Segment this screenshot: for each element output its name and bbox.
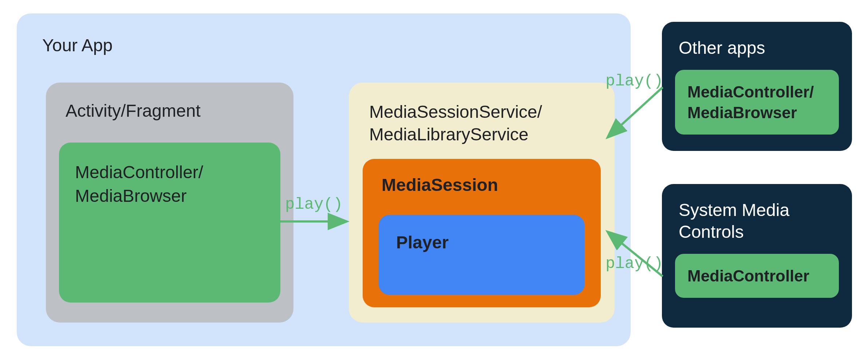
arrow-other-apps-to-service bbox=[609, 87, 663, 136]
architecture-diagram: Your App Activity/Fragment MediaControll… bbox=[0, 0, 868, 360]
arrow-system-controls-to-service bbox=[609, 233, 663, 276]
arrows-layer bbox=[0, 0, 868, 360]
